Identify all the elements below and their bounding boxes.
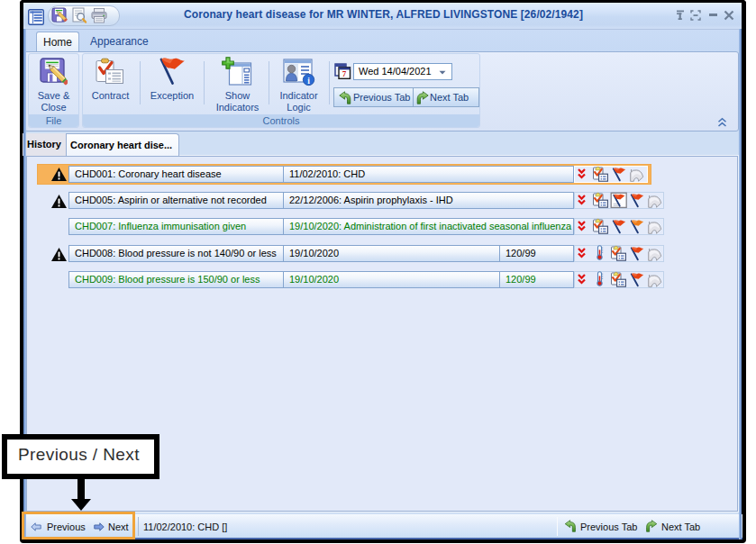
svg-text:i: i: [307, 77, 310, 86]
svg-text:7: 7: [342, 69, 347, 78]
